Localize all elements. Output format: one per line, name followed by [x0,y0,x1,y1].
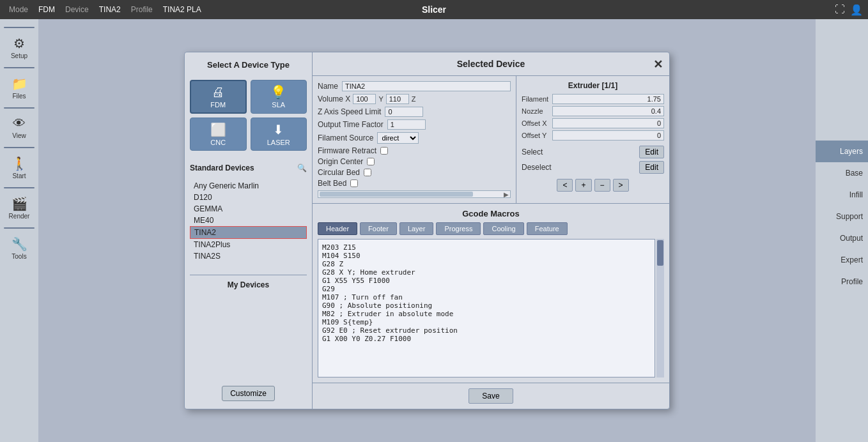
fdm-icon: 🖨 [194,85,243,100]
gcode-scrollbar[interactable] [656,239,664,377]
sidebar-item-view[interactable]: 👁 View [0,111,38,144]
gcode-title: Gcode Macros [318,209,664,218]
gcode-tab-layer[interactable]: Layer [399,222,434,235]
device-type-cnc[interactable]: ⬜ CNC [190,118,247,151]
list-item-selected[interactable]: TINA2 [190,226,307,239]
z-speed-input[interactable] [385,107,423,117]
extruder-nav-buttons: < + − > [522,179,664,192]
gcode-scroll-thumb[interactable] [657,240,663,266]
name-input[interactable] [342,81,511,91]
offset-y-input[interactable] [552,130,664,141]
sidebar-item-render[interactable]: 🎬 Render [0,191,38,225]
origin-center-checkbox[interactable] [367,158,375,165]
topbar: Mode FDM Device TINA2 Profile TINA2 PLA … [0,0,868,19]
sidebar-divider-4 [4,187,35,188]
sidebar-item-setup[interactable]: ⚙ Setup [0,31,38,65]
mode-value[interactable]: FDM [35,4,59,15]
list-item[interactable]: ME40 [190,215,307,226]
user-icon[interactable]: 👤 [850,4,863,16]
tools-icon: 🔧 [12,236,27,252]
mode-label: Mode [5,4,32,15]
profile-label: Profile [127,4,157,15]
filament-input[interactable] [552,94,664,104]
customize-button[interactable]: Customize [222,386,275,401]
device-value[interactable]: TINA2 [95,4,125,15]
deselect-edit-button[interactable]: Edit [639,161,664,174]
sidebar-item-start[interactable]: 🚶 Start [0,151,38,185]
list-item[interactable]: GEMMA [190,203,307,215]
device-type-laser[interactable]: ⬇ LASER [251,118,307,151]
left-panel-title: Select A Device Type [190,60,307,70]
belt-bed-label: Belt Bed [318,179,346,188]
profile-value[interactable]: TINA2 PLA [159,4,205,15]
nozzle-input[interactable] [552,106,664,116]
offset-y-label: Offset Y [522,132,548,139]
extruder-panel: Extruder [1/1] Filament Nozzle Offset X … [516,76,669,203]
device-type-grid: 🖨 FDM 💡 SLA ⬜ CNC ⬇ LASER [190,80,307,151]
sidebar-item-layers[interactable]: Layers [816,141,868,162]
view-icon: 👁 [13,116,26,131]
sidebar-divider-1 [4,67,35,68]
gcode-tab-footer[interactable]: Footer [360,222,397,235]
list-item[interactable]: TINA2S [190,250,307,262]
standard-devices-header: Standard Devices 🔍 [190,164,307,172]
start-icon: 🚶 [12,156,27,171]
volume-z-label: Z [412,95,416,103]
save-button[interactable]: Save [469,388,513,404]
gcode-tabs: Header Footer Layer Progress Cooling Fea… [318,222,664,235]
sidebar-item-profile[interactable]: Profile [816,271,868,293]
sidebar-divider-2 [4,107,35,109]
right-sidebar: Layers Base Infill Support Output Expert… [816,19,868,442]
close-button[interactable]: ✕ [653,57,663,72]
sidebar-label-setup: Setup [11,52,27,59]
filament-source-label: Filament Source [318,133,373,142]
belt-bed-checkbox[interactable] [350,179,358,187]
extruder-remove-button[interactable]: − [594,179,610,192]
sidebar-label-render: Render [9,213,30,220]
search-icon[interactable]: 🔍 [297,164,307,172]
nozzle-label: Nozzle [522,107,548,115]
select-edit-button[interactable]: Edit [639,146,664,158]
gcode-tab-header[interactable]: Header [318,222,357,235]
device-label: Device [61,4,93,15]
device-type-sla[interactable]: 💡 SLA [251,80,307,114]
list-item[interactable]: Any Generic Marlin [190,180,307,192]
sidebar-item-infill[interactable]: Infill [816,184,868,206]
gcode-tab-progress[interactable]: Progress [436,222,481,235]
list-item[interactable]: D120 [190,192,307,203]
device-list: Any Generic Marlin D120 GEMMA ME40 TINA2… [190,180,307,262]
gcode-tab-cooling[interactable]: Cooling [483,222,523,235]
filament-source-select[interactable]: direct bowden [377,132,419,144]
list-item[interactable]: TINA2Plus [190,239,307,250]
dialog-footer: Save [313,383,669,409]
volume-y-input[interactable] [386,94,409,104]
fullscreen-icon[interactable]: ⛶ [835,4,845,15]
offset-x-input[interactable] [552,118,664,128]
device-type-fdm[interactable]: 🖨 FDM [190,80,247,114]
circular-bed-checkbox[interactable] [364,169,371,176]
sidebar-label-view: View [12,132,26,139]
device-details: Name Volume X Y Z Z Axis Speed Limit [313,76,669,204]
sidebar-item-tools[interactable]: 🔧 Tools [0,231,38,265]
volume-x-input[interactable] [353,94,376,104]
sidebar-label-start: Start [12,172,26,179]
topbar-left: Mode FDM Device TINA2 Profile TINA2 PLA [5,4,205,15]
extruder-next-button[interactable]: > [613,179,629,192]
extruder-prev-button[interactable]: < [557,179,573,192]
gcode-tab-feature[interactable]: Feature [527,222,568,235]
sidebar-item-files[interactable]: 📁 Files [0,71,38,105]
origin-center-label: Origin Center [318,157,363,166]
extruder-add-button[interactable]: + [575,179,591,192]
sidebar-item-expert[interactable]: Expert [816,249,868,271]
laser-icon: ⬇ [254,122,304,137]
left-panel: Select A Device Type 🖨 FDM 💡 SLA ⬜ CNC ⬇… [185,52,313,409]
sidebar-item-support[interactable]: Support [816,206,868,227]
sidebar-item-base[interactable]: Base [816,162,868,184]
select-label: Select [522,148,543,156]
topbar-icons: ⛶ 👤 [835,4,863,16]
gcode-content[interactable]: M203 Z15 M104 S150 G28 Z G28 X Y; Home e… [318,239,655,377]
gcode-section: Gcode Macros Header Footer Layer Progres… [313,204,669,383]
output-time-input[interactable] [387,119,426,130]
sidebar-item-output[interactable]: Output [816,227,868,249]
firmware-retract-checkbox[interactable] [380,147,388,155]
